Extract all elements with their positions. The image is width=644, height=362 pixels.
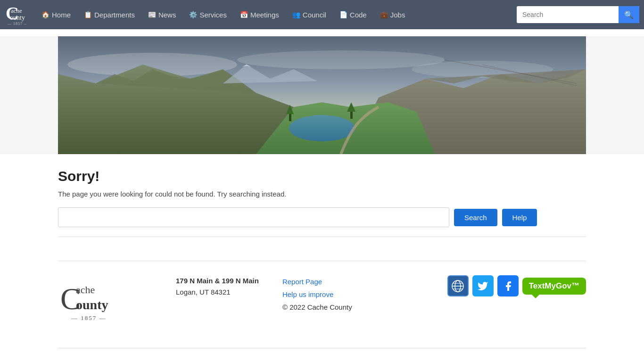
logo-icon: C ache ounty — 1857 — xyxy=(5,2,26,27)
nav-services[interactable]: ⚙️ Services xyxy=(183,7,232,23)
footer-address-line1: 179 N Main & 199 N Main xyxy=(176,277,259,285)
nav-departments-label: Departments xyxy=(94,11,135,19)
globe-icon xyxy=(451,280,464,293)
main-content: Sorry! The page you were looking for cou… xyxy=(58,154,586,256)
report-page-link[interactable]: Report Page xyxy=(282,275,352,288)
council-icon: 👥 xyxy=(292,11,300,18)
svg-text:— 1857 —: — 1857 — xyxy=(71,314,107,321)
nav-departments[interactable]: 📋 Departments xyxy=(78,7,140,23)
nav-council-label: Council xyxy=(303,11,326,19)
nav-search-container: 🔍 xyxy=(517,6,639,23)
nav-jobs[interactable]: 💼 Jobs xyxy=(374,7,411,23)
sorry-title: Sorry! xyxy=(58,168,586,184)
jobs-icon: 💼 xyxy=(380,11,388,18)
news-icon: 📰 xyxy=(148,11,156,18)
search-row: Search Help xyxy=(58,207,586,227)
svg-text:ache: ache xyxy=(11,7,22,14)
nav-home[interactable]: 🏠 Home xyxy=(36,7,76,23)
home-icon: 🏠 xyxy=(41,11,50,18)
footer-logo: C ache ounty — 1857 — xyxy=(58,275,152,329)
nav-search-input[interactable] xyxy=(517,7,619,22)
footer-bottom-divider xyxy=(58,348,586,348)
content-search-input[interactable] xyxy=(58,207,449,227)
nav-links: 🏠 Home 📋 Departments 📰 News ⚙️ Services … xyxy=(36,7,517,23)
footer-address: 179 N Main & 199 N Main Logan, UT 84321 xyxy=(176,275,259,298)
nav-home-label: Home xyxy=(52,11,71,19)
nav-meetings-label: Meetings xyxy=(250,11,279,19)
footer-top-divider xyxy=(58,261,586,261)
help-us-link[interactable]: Help us improve xyxy=(282,288,352,301)
nav-services-label: Services xyxy=(199,11,227,19)
content-search-button[interactable]: Search xyxy=(454,209,497,226)
code-icon: 📄 xyxy=(339,11,347,18)
nav-code-label: Code xyxy=(350,11,367,19)
hero-landscape xyxy=(58,36,586,154)
nav-jobs-label: Jobs xyxy=(390,11,405,19)
footer: C ache ounty — 1857 — 179 N Main & 199 N… xyxy=(58,266,586,343)
svg-text:ache: ache xyxy=(76,284,95,296)
nav-meetings[interactable]: 📅 Meetings xyxy=(234,7,285,23)
nav-search-button[interactable]: 🔍 xyxy=(619,6,639,23)
footer-address-line2: Logan, UT 84321 xyxy=(176,288,231,296)
textmygov-button[interactable]: TextMyGov™ xyxy=(522,278,586,295)
svg-point-13 xyxy=(289,115,355,141)
facebook-f-icon xyxy=(503,280,513,292)
site-logo[interactable]: C ache ounty — 1857 — xyxy=(5,2,26,27)
services-icon: ⚙️ xyxy=(189,11,197,18)
copyright-text: © 2022 Cache County xyxy=(282,303,352,311)
nav-code[interactable]: 📄 Code xyxy=(334,7,372,23)
meetings-icon: 📅 xyxy=(240,11,248,18)
facebook-icon[interactable] xyxy=(497,275,519,296)
departments-icon: 📋 xyxy=(84,11,92,18)
footer-social: TextMyGov™ xyxy=(376,275,586,296)
svg-text:ounty: ounty xyxy=(76,297,108,312)
twitter-bird-icon xyxy=(477,280,488,292)
content-divider xyxy=(58,237,586,237)
navbar: C ache ounty — 1857 — 🏠 Home 📋 Departmen… xyxy=(0,0,644,29)
hero-image-container xyxy=(58,36,586,154)
help-button[interactable]: Help xyxy=(502,209,537,226)
svg-point-6 xyxy=(237,50,445,69)
nav-council[interactable]: 👥 Council xyxy=(287,7,332,23)
nav-news[interactable]: 📰 News xyxy=(142,7,182,23)
nav-news-label: News xyxy=(158,11,176,19)
svg-text:ounty: ounty xyxy=(10,14,25,21)
twitter-icon[interactable] xyxy=(472,275,494,296)
svg-text:— 1857 —: — 1857 — xyxy=(7,22,26,26)
footer-links: Report Page Help us improve © 2022 Cache… xyxy=(282,275,352,313)
sorry-text: The page you were looking for could not … xyxy=(58,190,586,198)
globe-social-icon[interactable] xyxy=(447,275,469,296)
footer-logo-svg: C ache ounty — 1857 — xyxy=(58,275,148,327)
